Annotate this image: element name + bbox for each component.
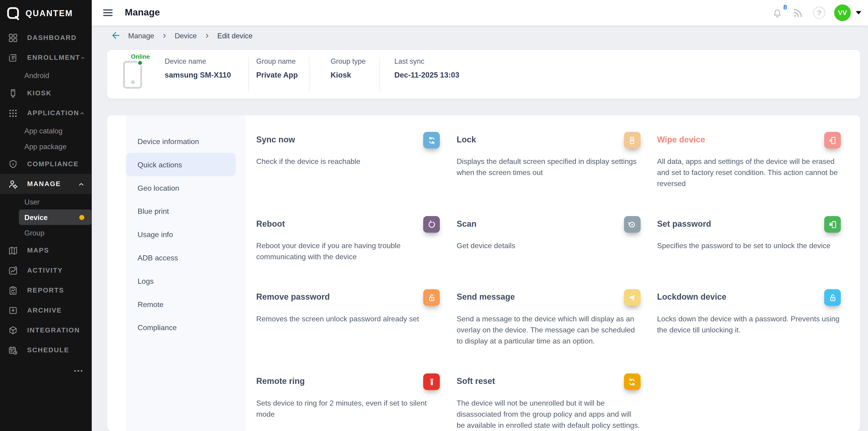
chevron-up-icon <box>80 54 85 61</box>
padlock-open-icon[interactable] <box>824 289 841 306</box>
sidebar-item-dashboard[interactable]: DASHBOARD <box>0 28 92 47</box>
quick-action-lock[interactable]: Lock Displays the default screen specifi… <box>457 132 640 190</box>
soft-reset-icon[interactable] <box>624 373 640 390</box>
sidebar-item-reports[interactable]: REPORTS <box>0 280 92 300</box>
edit-device-card: Device information Quick actions Geo loc… <box>107 115 860 431</box>
logo-text: QUANTEM <box>25 8 73 18</box>
phone-wipe-icon[interactable] <box>824 132 841 148</box>
chevron-up-icon <box>78 180 85 188</box>
notifications-button[interactable]: 8 <box>771 7 783 19</box>
application-icon <box>8 108 19 119</box>
notification-count-badge: 8 <box>783 3 787 11</box>
integration-icon <box>8 325 19 336</box>
help-button[interactable]: ? <box>813 7 825 19</box>
tab-remote[interactable]: Remote <box>126 293 236 316</box>
tab-device-information[interactable]: Device information <box>126 130 236 153</box>
tab-quick-actions[interactable]: Quick actions <box>126 153 236 176</box>
quick-actions-grid: Sync now Check if the device is reachabl… <box>246 115 860 431</box>
quick-action-sync-now[interactable]: Sync now Check if the device is reachabl… <box>256 132 440 190</box>
breadcrumb-device[interactable]: Device <box>175 31 197 40</box>
phone-password-icon[interactable] <box>824 216 841 233</box>
sidebar-subitem-android[interactable]: Android <box>0 68 92 83</box>
quick-action-scan[interactable]: Scan Get device details <box>457 216 640 263</box>
tab-blue-print[interactable]: Blue print <box>126 199 236 223</box>
quick-action-send-message[interactable]: Send message Send a message to the devic… <box>457 289 640 347</box>
hamburger-menu-icon[interactable] <box>103 9 113 16</box>
sidebar-device-selected-pill[interactable]: Device <box>19 209 92 225</box>
reports-icon <box>8 285 19 296</box>
online-dot-icon <box>137 60 143 66</box>
quick-action-reboot[interactable]: Reboot Reboot your device if you are hav… <box>256 216 440 263</box>
sidebar-subitem-group[interactable]: Group <box>0 225 92 240</box>
dashboard-icon <box>8 32 19 43</box>
sidebar-item-enrollment[interactable]: ENROLLMENT <box>0 47 92 67</box>
breadcrumb: Manage Device Edit device <box>92 25 868 45</box>
avatar[interactable]: VV <box>834 4 851 21</box>
sidebar-item-kiosk[interactable]: KIOSK <box>0 83 92 103</box>
app: QUANTEM DASHBOARD ENROLLMENT Android KIO… <box>0 0 868 431</box>
online-status-label: Online <box>131 53 164 60</box>
logo[interactable]: QUANTEM <box>0 0 92 25</box>
sync-icon[interactable] <box>423 132 440 148</box>
sidebar-item-manage[interactable]: MANAGE <box>0 174 92 194</box>
chevron-right-icon <box>161 32 167 38</box>
quick-action-lockdown-device[interactable]: Lockdown device Locks down the device wi… <box>657 289 841 347</box>
sidebar-item-activity[interactable]: ACTIVITY <box>0 260 92 280</box>
device-field-group-type: Group type Kiosk <box>309 57 379 91</box>
tab-compliance[interactable]: Compliance <box>126 316 236 339</box>
device-field-name: Device name samsung SM-X110 <box>165 57 248 91</box>
device-status-dot-icon <box>79 215 84 220</box>
sidebar-item-schedule[interactable]: SCHEDULE <box>0 340 92 360</box>
unlock-icon[interactable] <box>423 289 440 306</box>
remote-ring-icon[interactable] <box>423 373 440 390</box>
sidebar-item-maps[interactable]: MAPS <box>0 240 92 260</box>
compliance-icon <box>8 159 19 169</box>
section-nav: Device information Quick actions Geo loc… <box>126 115 246 431</box>
topbar-actions: 8 ? VV <box>771 4 868 21</box>
avatar-caret-down-icon[interactable] <box>856 11 861 14</box>
quick-action-soft-reset[interactable]: Soft reset The device will not be unenro… <box>457 373 640 431</box>
device-fields: Device name samsung SM-X110 Group name P… <box>165 50 459 99</box>
archive-icon <box>8 305 19 316</box>
chevron-right-icon <box>204 32 210 38</box>
sidebar-item-compliance[interactable]: COMPLIANCE <box>0 154 92 174</box>
maps-icon <box>8 245 19 256</box>
restart-icon[interactable] <box>423 216 440 233</box>
quick-action-remote-ring[interactable]: Remote ring Sets device to ring for 2 mi… <box>256 373 440 431</box>
breadcrumb-manage[interactable]: Manage <box>128 31 154 40</box>
quick-action-set-password[interactable]: Set password Specifies the password to b… <box>657 216 841 263</box>
content: Manage Device Edit device Online Device … <box>92 25 868 431</box>
tab-logs[interactable]: Logs <box>126 269 236 293</box>
device-status-block: Online <box>107 50 165 99</box>
sidebar-subitem-user[interactable]: User <box>0 194 92 209</box>
tab-usage-info[interactable]: Usage info <box>126 223 236 246</box>
group-type-value: Kiosk <box>331 71 379 79</box>
sidebar-overflow-button[interactable]: ••• <box>0 367 92 374</box>
quick-action-remove-password[interactable]: Remove password Removes the screen unloc… <box>256 289 440 347</box>
rss-feed-icon[interactable] <box>792 7 804 19</box>
tab-adb-access[interactable]: ADB access <box>126 246 236 269</box>
send-icon[interactable] <box>624 289 640 306</box>
activity-icon <box>8 265 19 276</box>
sidebar-subitem-app-package[interactable]: App package <box>0 138 92 154</box>
sidebar-item-application[interactable]: APPLICATION <box>0 103 92 123</box>
page-title: Manage <box>125 7 771 18</box>
sidebar: QUANTEM DASHBOARD ENROLLMENT Android KIO… <box>0 0 92 431</box>
breadcrumb-edit-device: Edit device <box>217 31 253 40</box>
bell-icon <box>771 7 783 19</box>
kiosk-icon <box>8 88 19 98</box>
sidebar-item-archive[interactable]: ARCHIVE <box>0 300 92 320</box>
sidebar-subitem-device[interactable]: Device <box>0 209 92 225</box>
enrollment-icon <box>8 53 19 63</box>
back-arrow-icon[interactable] <box>111 30 121 40</box>
sidebar-nav: DASHBOARD ENROLLMENT Android KIOSK APPLI… <box>0 28 92 374</box>
scan-icon[interactable] <box>624 216 640 233</box>
phone-lock-icon[interactable] <box>624 132 640 148</box>
tab-geo-location[interactable]: Geo location <box>126 176 236 199</box>
device-field-last-sync: Last sync Dec-11-2025 13:03 <box>379 57 459 91</box>
manage-icon <box>8 179 19 189</box>
sidebar-subitem-app-catalog[interactable]: App catalog <box>0 123 92 138</box>
quick-action-wipe-device[interactable]: Wipe device All data, apps and settings … <box>657 132 841 190</box>
last-sync-value: Dec-11-2025 13:03 <box>394 71 459 79</box>
sidebar-item-integration[interactable]: INTEGRATION <box>0 320 92 340</box>
